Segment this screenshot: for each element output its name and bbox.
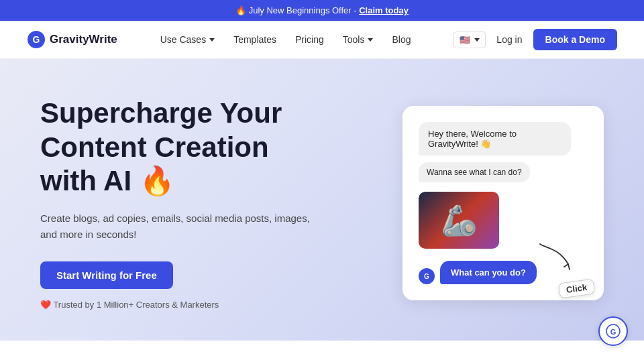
- chat-demo-card: Hey there, Welcome to GravityWrite! 👋 Wa…: [402, 106, 604, 300]
- gravity-write-icon: G: [606, 324, 621, 339]
- trust-text: ❤️ Trusted by 1 Million+ Creators & Mark…: [40, 300, 322, 310]
- problem-section: PROBLEM Are you Spending: [0, 341, 644, 362]
- flag-icon: 🇺🇸: [460, 35, 470, 45]
- nav-links: Use Cases Templates Pricing Tools Blog: [160, 34, 411, 45]
- nav-pricing[interactable]: Pricing: [295, 34, 324, 45]
- language-selector[interactable]: 🇺🇸: [453, 32, 486, 48]
- chevron-down-icon: [474, 38, 480, 42]
- logo[interactable]: G GravityWrite: [27, 30, 117, 49]
- ironman-image: 🦾: [441, 206, 478, 235]
- chat-input-area: G What can you do? Click: [419, 261, 588, 284]
- svg-text:G: G: [610, 328, 616, 336]
- chat-image: 🦾: [419, 192, 499, 249]
- logo-text: GravityWrite: [50, 33, 117, 46]
- float-button[interactable]: G: [598, 316, 628, 346]
- logo-icon: G: [27, 30, 46, 49]
- top-banner: 🔥 July New Beginnings Offer - Claim toda…: [0, 0, 644, 21]
- avatar: G: [419, 268, 435, 284]
- chat-bubble-welcome: Hey there, Welcome to GravityWrite! 👋: [419, 122, 571, 156]
- nav-tools[interactable]: Tools: [343, 34, 374, 45]
- hero-title: Supercharge Your Content Creation with A…: [40, 97, 322, 198]
- chevron-down-icon: [368, 38, 373, 42]
- arrow-icon: [539, 243, 576, 271]
- hero-description: Create blogs, ad copies, emails, social …: [40, 210, 322, 243]
- chevron-down-icon: [209, 38, 215, 42]
- click-label: Click: [558, 278, 596, 298]
- banner-link[interactable]: Claim today: [359, 5, 409, 15]
- book-demo-button[interactable]: Book a Demo: [533, 29, 617, 50]
- svg-text:G: G: [33, 34, 40, 45]
- nav-templates[interactable]: Templates: [233, 34, 276, 45]
- chat-card: Hey there, Welcome to GravityWrite! 👋 Wa…: [402, 106, 604, 300]
- nav-right: 🇺🇸 Log in Book a Demo: [453, 29, 617, 50]
- nav-use-cases[interactable]: Use Cases: [160, 34, 215, 45]
- nav-blog[interactable]: Blog: [392, 34, 411, 45]
- hero-section: Supercharge Your Content Creation with A…: [0, 59, 644, 341]
- hero-content: Supercharge Your Content Creation with A…: [40, 97, 322, 309]
- start-writing-button[interactable]: Start Writing for Free: [40, 261, 173, 289]
- chat-messages: Hey there, Welcome to GravityWrite! 👋 Wa…: [419, 122, 588, 251]
- navbar: G GravityWrite Use Cases Templates Prici…: [0, 21, 644, 59]
- login-button[interactable]: Log in: [496, 34, 522, 45]
- banner-text: 🔥 July New Beginnings Offer -: [235, 5, 359, 15]
- chat-bubble-question: Wanna see what I can do?: [419, 162, 530, 182]
- user-message-bubble: What can you do?: [440, 261, 537, 284]
